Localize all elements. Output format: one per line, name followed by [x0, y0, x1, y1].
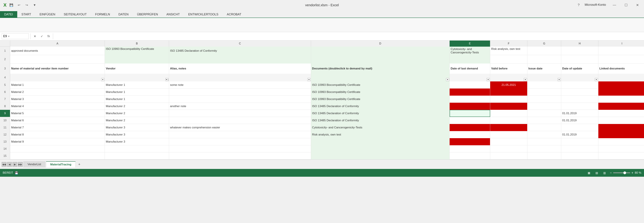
tab-ueberpruefen[interactable]: ÜBERPRÜFEN	[133, 11, 162, 18]
cell-C5[interactable]: some note	[169, 82, 311, 88]
cell-D10[interactable]: ISO 13485 Declaration of Conformity	[311, 117, 450, 124]
formula-input[interactable]	[55, 34, 642, 39]
cell-E5[interactable]	[450, 82, 490, 88]
cell-A13[interactable]: Material 9	[10, 138, 105, 145]
cell-G7[interactable]	[527, 96, 561, 103]
filter-btn-E[interactable]: ▼	[487, 78, 490, 81]
tab-datei[interactable]: DATEI	[0, 11, 17, 18]
cell-E13[interactable]	[450, 138, 490, 145]
cell-D13[interactable]	[311, 138, 450, 145]
cell-E10[interactable]	[450, 117, 490, 124]
col-header-E[interactable]: E	[450, 40, 490, 47]
help-button[interactable]: ?	[578, 3, 580, 7]
filter-cell-I[interactable]	[598, 74, 644, 82]
page-break-view-button[interactable]: ▥	[602, 170, 607, 175]
filter-btn-F[interactable]: ▼	[524, 78, 527, 81]
tab-start[interactable]: START	[17, 11, 35, 18]
cell-I6[interactable]	[598, 88, 644, 96]
cell-H11[interactable]	[561, 124, 598, 131]
zoom-plus-button[interactable]: +	[632, 171, 634, 175]
header-cell-vendor[interactable]: Vendor	[105, 64, 169, 74]
cell-F15[interactable]	[490, 152, 527, 160]
cell-H8[interactable]	[561, 103, 598, 110]
cell-D11[interactable]: Cytotoxicity- and Cancerogenicity-Tests	[311, 124, 450, 131]
cell-B15[interactable]	[105, 152, 169, 160]
cell-F7[interactable]	[490, 96, 527, 103]
header-cell-name[interactable]: Name of material and vendor item number	[10, 64, 105, 74]
col-header-G[interactable]: G	[527, 40, 561, 47]
cell-C13[interactable]	[169, 138, 311, 145]
cell-G5[interactable]	[527, 82, 561, 88]
cell-F5[interactable]: 21.05.2021	[490, 82, 527, 88]
cell-C11[interactable]: whatever makes comprehension easier	[169, 124, 311, 131]
col-header-C[interactable]: C	[169, 40, 311, 47]
cancel-formula-icon[interactable]: ✕	[32, 34, 38, 38]
cell-F6[interactable]	[490, 88, 527, 96]
cell-A1[interactable]: approved documents	[10, 47, 105, 55]
maximize-button[interactable]: ☐	[623, 3, 629, 7]
filter-btn-D[interactable]: ▼	[446, 78, 449, 81]
filter-btn-G[interactable]: ▼	[558, 78, 561, 81]
cell-G1[interactable]	[527, 47, 561, 55]
insert-function-icon[interactable]: fx	[46, 34, 51, 38]
filter-btn-A[interactable]: ▼	[101, 78, 104, 81]
header-cell-documents[interactable]: Documents (doubleclick to demand by mail…	[311, 64, 450, 74]
cell-H1[interactable]	[561, 47, 598, 55]
cell-I12[interactable]	[598, 131, 644, 138]
filter-cell-H[interactable]: ▼	[561, 74, 598, 82]
filter-btn-B[interactable]: ▼⤵	[166, 78, 168, 81]
sheet-nav-last[interactable]: ▶▶	[18, 162, 23, 167]
cell-G12[interactable]	[527, 131, 561, 138]
header-cell-alias[interactable]: Alias, notes	[169, 64, 311, 74]
tab-formeln[interactable]: FORMELN	[91, 11, 114, 18]
cell-C6[interactable]	[169, 88, 311, 96]
cell-A15[interactable]	[10, 152, 105, 160]
cell-H14[interactable]	[561, 145, 598, 152]
cell-E12[interactable]	[450, 131, 490, 138]
cell-B10[interactable]: Manufacturer 2	[105, 117, 169, 124]
col-header-D[interactable]: D	[311, 40, 450, 47]
cell-F11[interactable]	[490, 124, 527, 131]
cell-A5[interactable]: Material 1	[10, 82, 105, 88]
sheet-tab-vendorlist[interactable]: VendorList	[23, 161, 45, 168]
cell-H9[interactable]: 01.01.2019	[561, 110, 598, 117]
undo-button[interactable]: ↩	[16, 2, 22, 8]
cell-A2[interactable]	[10, 55, 105, 64]
cell-G6[interactable]	[527, 88, 561, 96]
tab-ansicht[interactable]: ANSICHT	[162, 11, 184, 18]
cell-G13[interactable]	[527, 138, 561, 145]
cell-B14[interactable]	[105, 145, 169, 152]
cell-C2[interactable]	[169, 55, 311, 64]
cell-D12[interactable]: Risk analysis, own test	[311, 131, 450, 138]
header-cell-date-update[interactable]: Date of update	[561, 64, 598, 74]
cell-G15[interactable]	[527, 152, 561, 160]
cell-I5[interactable]	[598, 82, 644, 88]
cell-E8[interactable]	[450, 103, 490, 110]
header-cell-valid-before[interactable]: Valid before	[490, 64, 527, 74]
cell-E11[interactable]	[450, 124, 490, 131]
cell-B13[interactable]: Manufacturer 3	[105, 138, 169, 145]
cell-reference-box[interactable]: E9 ▼	[2, 34, 29, 39]
filter-btn-H[interactable]: ▼	[595, 78, 598, 81]
cell-B11[interactable]: Manufacturer 3	[105, 124, 169, 131]
minimize-button[interactable]: —	[611, 3, 618, 7]
cell-I2[interactable]	[598, 55, 644, 64]
redo-button[interactable]: ↪	[24, 2, 30, 8]
filter-cell-B[interactable]: ▼⤵	[105, 74, 169, 82]
cell-B12[interactable]: Manufacturer 3	[105, 131, 169, 138]
cell-D6[interactable]: ISO 10993 Biocompatibility Certificate	[311, 88, 450, 96]
tab-einfuegen[interactable]: EINFÜGEN	[35, 11, 60, 18]
cell-I11[interactable]	[598, 124, 644, 131]
window-controls[interactable]: ? Microsoft-Konto — ☐ ✕	[578, 3, 640, 7]
header-cell-issue-date[interactable]: Issue date	[527, 64, 561, 74]
filter-cell-E[interactable]: ▼	[450, 74, 490, 82]
cell-A10[interactable]: Material 6	[10, 117, 105, 124]
cell-A7[interactable]: Material 3	[10, 96, 105, 103]
cell-D14[interactable]	[311, 145, 450, 152]
cell-C15[interactable]	[169, 152, 311, 160]
add-sheet-button[interactable]: +	[76, 161, 82, 168]
cell-E6[interactable]	[450, 88, 490, 96]
cell-A12[interactable]: Material 8	[10, 131, 105, 138]
cell-A8[interactable]: Material 4	[10, 103, 105, 110]
cell-D9[interactable]: ISO 13485 Declaration of Conformity	[311, 110, 450, 117]
